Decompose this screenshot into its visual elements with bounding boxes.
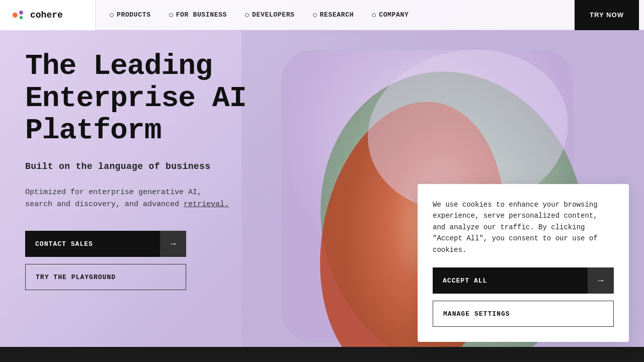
- hero-title: The Leading Enterprise AI Platform: [25, 50, 262, 146]
- try-now-button[interactable]: TRY NOW: [575, 0, 639, 30]
- nav-dot-products: [110, 13, 114, 17]
- nav-dot-research: [313, 13, 317, 17]
- nav-label-company: COMPANY: [379, 11, 409, 19]
- cohere-logo-icon: [10, 7, 26, 23]
- hero-subtitle: Built on the language of business: [25, 161, 262, 171]
- accept-all-label: ACCEPT ALL: [433, 267, 588, 294]
- nav-links: PRODUCTS FOR BUSINESS DEVELOPERS RESEARC…: [96, 0, 644, 30]
- nav-item-company[interactable]: COMPANY: [363, 0, 418, 30]
- try-playground-button[interactable]: TRY THE PLAYGROUND: [25, 264, 186, 290]
- nav-item-products[interactable]: PRODUCTS: [101, 0, 160, 30]
- svg-point-7: [19, 11, 23, 15]
- bottom-bar: [0, 347, 644, 362]
- cookie-banner: We use cookies to enhance your browsing …: [418, 184, 629, 342]
- nav-label-products: PRODUCTS: [117, 11, 151, 19]
- manage-settings-button[interactable]: MANAGE SETTINGS: [433, 301, 614, 327]
- svg-point-6: [13, 13, 18, 18]
- nav-dot-company: [372, 13, 376, 17]
- svg-point-8: [20, 16, 23, 19]
- logo-text: cohere: [30, 10, 63, 20]
- contact-sales-arrow-icon: →: [160, 231, 186, 257]
- nav-label-for-business: FOR BUSINESS: [176, 11, 227, 19]
- nav-item-for-business[interactable]: FOR BUSINESS: [160, 0, 236, 30]
- nav-item-research[interactable]: RESEARCH: [304, 0, 363, 30]
- svg-rect-5: [10, 7, 26, 23]
- hero-description: Optimized for enterprise generative AI, …: [25, 187, 262, 211]
- contact-sales-button[interactable]: CONTACT SALES →: [25, 231, 186, 257]
- navbar: cohere PRODUCTS FOR BUSINESS DEVELOPERS …: [0, 0, 644, 30]
- hero-title-line1: The Leading: [25, 50, 212, 82]
- hero-title-line2: Enterprise AI Platform: [25, 82, 246, 147]
- hero-description-highlight: retrieval.: [184, 200, 229, 209]
- contact-sales-label: CONTACT SALES: [25, 231, 160, 257]
- hero-content: The Leading Enterprise AI Platform Built…: [25, 50, 262, 290]
- accept-all-button[interactable]: ACCEPT ALL →: [433, 267, 614, 294]
- logo-container[interactable]: cohere: [0, 0, 96, 30]
- accept-all-arrow-icon: →: [588, 267, 614, 294]
- nav-item-developers[interactable]: DEVELOPERS: [236, 0, 304, 30]
- nav-label-research: RESEARCH: [320, 11, 354, 19]
- cookie-text: We use cookies to enhance your browsing …: [433, 199, 614, 255]
- nav-dot-developers: [245, 13, 249, 17]
- button-group: CONTACT SALES → TRY THE PLAYGROUND: [25, 231, 262, 290]
- nav-dot-for-business: [169, 13, 173, 17]
- nav-label-developers: DEVELOPERS: [252, 11, 295, 19]
